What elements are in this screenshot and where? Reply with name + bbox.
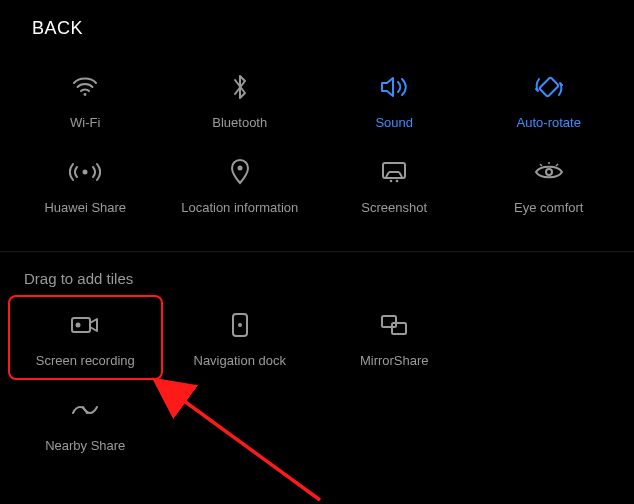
- drag-section-header: Drag to add tiles: [0, 252, 634, 289]
- location-icon: [230, 154, 250, 190]
- screenrecording-icon: [70, 307, 100, 343]
- svg-point-6: [396, 180, 399, 183]
- huaweishare-icon: [69, 154, 101, 190]
- svg-rect-15: [382, 316, 396, 327]
- tile-wifi[interactable]: Wi-Fi: [8, 57, 163, 142]
- tile-label: Navigation dock: [194, 353, 287, 368]
- tile-label: MirrorShare: [360, 353, 429, 368]
- svg-point-5: [390, 180, 393, 183]
- tile-autorotate[interactable]: Auto-rotate: [472, 57, 627, 142]
- tile-label: Nearby Share: [45, 438, 125, 453]
- svg-point-0: [84, 93, 87, 96]
- tile-label: Screenshot: [361, 200, 427, 215]
- tile-screenrecording[interactable]: Screen recording: [8, 295, 163, 380]
- svg-point-7: [546, 169, 552, 175]
- tile-label: Bluetooth: [212, 115, 267, 130]
- svg-point-12: [76, 323, 81, 328]
- nearbyshare-icon: [70, 392, 100, 428]
- tile-label: Auto-rotate: [517, 115, 581, 130]
- autorotate-icon: [534, 69, 564, 105]
- navigationdock-icon: [231, 307, 249, 343]
- tile-nearbyshare[interactable]: Nearby Share: [8, 380, 163, 465]
- tile-navigationdock[interactable]: Navigation dock: [163, 295, 318, 380]
- tile-label: Sound: [375, 115, 413, 130]
- svg-rect-1: [539, 77, 559, 97]
- tile-screenshot[interactable]: Screenshot: [317, 142, 472, 227]
- tile-label: Eye comfort: [514, 200, 583, 215]
- eyecomfort-icon: [534, 154, 564, 190]
- bluetooth-icon: [231, 69, 249, 105]
- tile-mirrorshare[interactable]: MirrorShare: [317, 295, 472, 380]
- tile-label: Wi-Fi: [70, 115, 100, 130]
- svg-line-9: [540, 164, 542, 166]
- tile-sound[interactable]: Sound: [317, 57, 472, 142]
- svg-point-3: [237, 166, 242, 171]
- svg-point-14: [238, 323, 242, 327]
- inactive-tiles-grid: Screen recording Navigation dock MirrorS…: [0, 289, 634, 489]
- tile-bluetooth[interactable]: Bluetooth: [163, 57, 318, 142]
- tile-label: Screen recording: [36, 353, 135, 368]
- tile-label: Huawei Share: [44, 200, 126, 215]
- sound-icon: [379, 69, 409, 105]
- svg-rect-16: [392, 323, 406, 334]
- mirrorshare-icon: [380, 307, 408, 343]
- active-tiles-grid: Wi-Fi Bluetooth Sound Auto-rotate Huawei…: [0, 39, 634, 251]
- svg-rect-11: [72, 318, 90, 332]
- tile-eyecomfort[interactable]: Eye comfort: [472, 142, 627, 227]
- back-button[interactable]: BACK: [0, 0, 634, 39]
- svg-point-2: [83, 170, 88, 175]
- tile-label: Location information: [181, 200, 298, 215]
- screenshot-icon: [380, 154, 408, 190]
- tile-huaweishare[interactable]: Huawei Share: [8, 142, 163, 227]
- svg-line-10: [556, 164, 558, 166]
- wifi-icon: [72, 69, 98, 105]
- tile-location[interactable]: Location information: [163, 142, 318, 227]
